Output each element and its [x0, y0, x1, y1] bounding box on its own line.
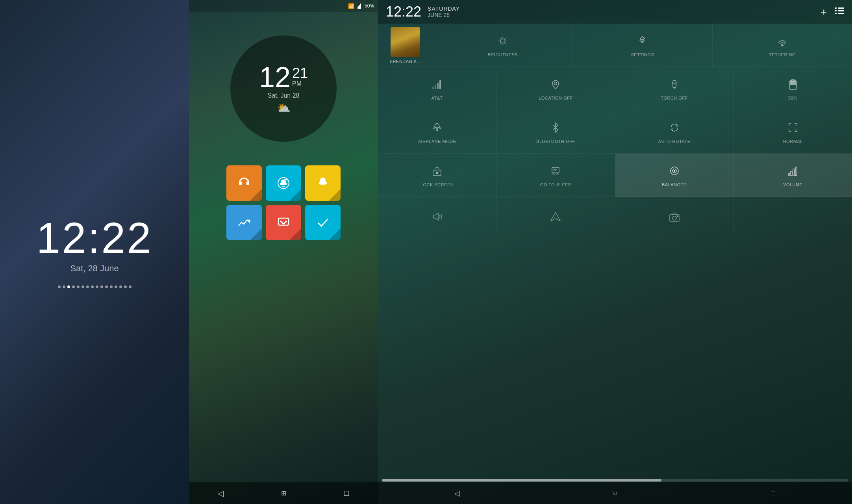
svg-marker-53: [551, 212, 560, 221]
qs-nav-bar: ◁ ○ □: [378, 482, 852, 504]
location-icon: [550, 79, 561, 93]
svg-text:zz: zz: [553, 168, 557, 172]
svg-rect-31: [439, 80, 441, 89]
qs-row-5: [378, 197, 852, 232]
camera-icon: [669, 211, 680, 225]
qs-tile-balanced[interactable]: BALANCED: [615, 154, 734, 197]
qs-tile-battery[interactable]: 50%: [734, 67, 852, 110]
qs-scrollbar[interactable]: [382, 479, 848, 482]
rotate-icon: [669, 122, 680, 136]
lock-dot: [58, 285, 61, 288]
qs-tile-normal[interactable]: NORMAL: [734, 110, 852, 154]
home-button[interactable]: ⊞: [276, 485, 291, 501]
wifi-icon: 📶: [348, 3, 354, 9]
lock-dot: [86, 285, 89, 288]
qs-back-button[interactable]: ◁: [449, 485, 465, 501]
app-reddit[interactable]: [266, 165, 301, 201]
svg-point-8: [286, 179, 288, 181]
qs-tile-camera[interactable]: [615, 197, 734, 232]
qs-tile-att[interactable]: AT&T: [378, 67, 496, 110]
qs-tile-airplane[interactable]: AIRPLANE MODE: [378, 110, 496, 154]
svg-rect-0: [357, 7, 357, 9]
profile-name: BRENDAN K...: [390, 59, 421, 64]
qs-tile-location[interactable]: LOCATION OFF: [496, 67, 615, 110]
battery-label: 50%: [788, 96, 798, 100]
menu-button[interactable]: [835, 7, 844, 17]
back-button[interactable]: ◁: [213, 485, 228, 501]
normal-label: NORMAL: [783, 139, 803, 144]
expand-icon: [787, 122, 798, 136]
qs-tile-brightness[interactable]: BRIGHTNESS: [433, 24, 573, 67]
qs-tile-settings[interactable]: SETTINGS: [573, 24, 713, 67]
qs-tile-bluetooth[interactable]: BLUETOOTH OFF: [496, 110, 615, 154]
clock-widget: 12 21 PM Sat, Jun 28 ⛅: [230, 35, 337, 142]
lock-dot: [129, 285, 132, 288]
lock-dot: [63, 285, 65, 288]
svg-rect-29: [435, 85, 436, 89]
qs-home-button[interactable]: ○: [607, 485, 623, 501]
qs-scrollbar-thumb: [382, 479, 661, 482]
app-snapchat[interactable]: [305, 165, 341, 201]
qs-fulldate: JUNE 28: [428, 12, 460, 18]
location-label: LOCATION OFF: [539, 96, 572, 100]
torch-label: TORCH OFF: [661, 96, 687, 100]
svg-rect-49: [791, 171, 792, 176]
recents-button[interactable]: □: [339, 485, 354, 501]
qs-recents-button[interactable]: □: [765, 485, 781, 501]
svg-rect-48: [788, 173, 790, 176]
svg-line-9: [283, 179, 286, 180]
qs-tile-torch[interactable]: TORCH OFF: [615, 67, 734, 110]
qs-tile-volume[interactable]: VOLUME: [734, 154, 852, 197]
qs-tile-navigation[interactable]: [496, 197, 615, 232]
svg-rect-14: [835, 7, 837, 9]
lock-dot: [115, 285, 117, 288]
svg-rect-15: [835, 10, 837, 11]
qs-tile-speaker[interactable]: [378, 197, 496, 232]
qs-day: SATURDAY: [428, 6, 460, 12]
volume-label: VOLUME: [783, 182, 802, 187]
qs-time: 12:22: [386, 4, 421, 20]
lock-icon: [432, 165, 442, 179]
svg-rect-30: [437, 83, 439, 89]
airplane-label: AIRPLANE MODE: [418, 139, 456, 144]
battery-icon: [789, 79, 797, 93]
qs-tile-sleep[interactable]: zz GO TO SLEEP: [496, 154, 615, 197]
qs-tile-lock[interactable]: LOCK SCREEN: [378, 154, 496, 197]
balanced-icon: [669, 165, 680, 179]
qs-header-right: +: [821, 6, 844, 18]
lock-dot: [77, 285, 80, 288]
navigation-icon: [550, 211, 561, 225]
lock-dot-active: [67, 285, 70, 288]
lock-dot: [110, 285, 113, 288]
qs-row-2: AT&T LOCATION OFF: [378, 67, 852, 110]
torch-icon: [669, 79, 680, 93]
app-pocket[interactable]: [266, 205, 301, 240]
svg-point-55: [672, 216, 676, 220]
app-headphones[interactable]: [226, 165, 262, 201]
app-check[interactable]: [305, 205, 341, 240]
svg-point-39: [436, 172, 438, 174]
bluetooth-icon: [552, 122, 559, 136]
app-stocks[interactable]: [226, 205, 262, 240]
lock-dot: [91, 285, 94, 288]
svg-rect-36: [791, 80, 795, 81]
lock-dot: [96, 285, 98, 288]
status-bar: 📶 50%: [189, 0, 378, 12]
signal-icon: [432, 79, 443, 93]
widget-minute: 21: [292, 66, 308, 80]
lock-dot: [100, 285, 103, 288]
widget-ampm: PM: [292, 80, 308, 87]
qs-tile-tethering[interactable]: TETHERING: [713, 24, 852, 67]
add-button[interactable]: +: [821, 6, 827, 18]
svg-line-24: [505, 38, 506, 39]
airplane-icon: [432, 122, 443, 136]
qs-date-block: SATURDAY JUNE 28: [428, 6, 460, 18]
qs-tile-empty: [734, 197, 852, 232]
quick-settings-panel: 12:22 SATURDAY JUNE 28 +: [378, 0, 852, 504]
widget-date: Sat, Jun 28: [268, 92, 300, 99]
avatar-image: [391, 27, 420, 57]
brightness-label: BRIGHTNESS: [488, 52, 518, 57]
profile-tile[interactable]: BRENDAN K...: [378, 24, 433, 67]
qs-tile-rotate[interactable]: AUTO ROTATE: [615, 110, 734, 154]
svg-rect-16: [835, 13, 837, 14]
